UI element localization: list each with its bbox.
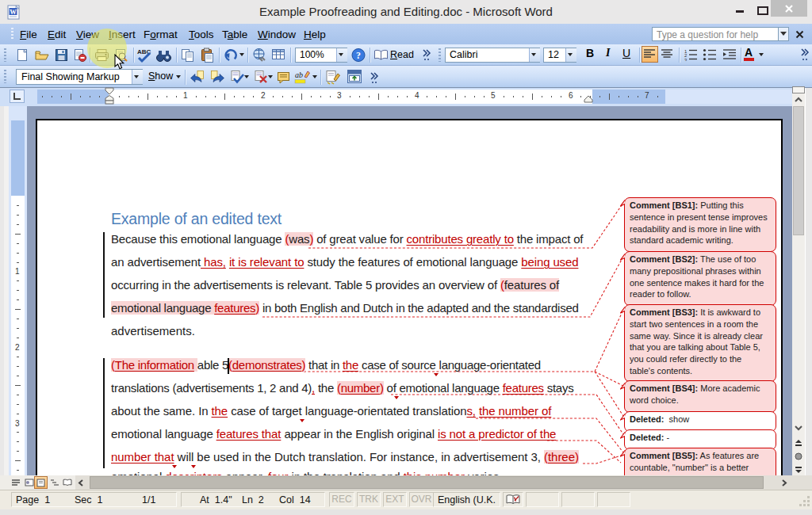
- svg-text:?: ?: [356, 50, 361, 61]
- svg-text:ab: ab: [295, 71, 303, 79]
- svg-text:3: 3: [684, 58, 688, 62]
